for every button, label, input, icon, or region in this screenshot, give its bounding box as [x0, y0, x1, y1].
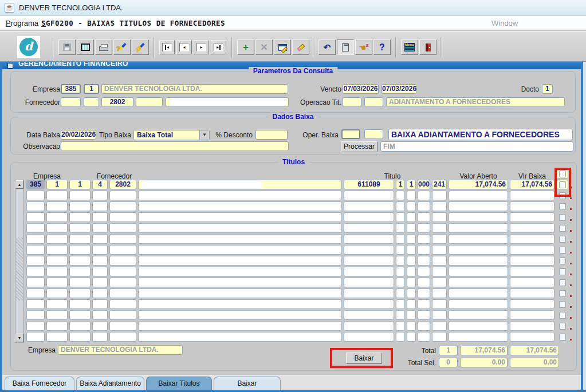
- titulos-cell[interactable]: [407, 191, 416, 200]
- operacao-desc-field[interactable]: ADIANTAMENTO A FORNECEDORES: [386, 97, 565, 107]
- titulos-cell[interactable]: [92, 212, 108, 222]
- dropdown-arrow-icon[interactable]: ▼: [199, 130, 209, 140]
- titulos-cell[interactable]: [138, 191, 342, 200]
- titulos-cell[interactable]: [46, 256, 68, 266]
- titulos-cell[interactable]: 1: [46, 180, 68, 189]
- row-select-checkbox[interactable]: [557, 212, 568, 222]
- titulos-cell[interactable]: [138, 278, 342, 287]
- row-select-checkbox[interactable]: [557, 332, 568, 342]
- titulos-cell[interactable]: [510, 245, 554, 255]
- titulos-cell[interactable]: [69, 267, 91, 276]
- menu-programa[interactable]: Programa: [6, 19, 38, 27]
- empresa-footer-field[interactable]: DENVER TECNOLOGIA LTDA.: [58, 345, 183, 355]
- titulos-cell[interactable]: [432, 321, 447, 331]
- titulos-cell[interactable]: [26, 267, 45, 276]
- titulos-cell[interactable]: [449, 288, 508, 298]
- menu-program-title[interactable]: SGF0200 - BAIXAS TITULOS DE FORNECEDORES: [41, 19, 225, 27]
- titulos-cell[interactable]: [46, 245, 68, 255]
- titulos-cell[interactable]: [432, 191, 447, 200]
- titulos-cell[interactable]: [109, 321, 136, 331]
- titulos-cell[interactable]: [46, 299, 68, 309]
- next-record-button[interactable]: ▸: [194, 40, 209, 54]
- titulos-cell[interactable]: [138, 256, 342, 266]
- titulos-cell[interactable]: [138, 299, 342, 309]
- titulos-cell[interactable]: [396, 234, 405, 244]
- titulos-cell[interactable]: [46, 278, 68, 287]
- save-button[interactable]: [58, 39, 76, 55]
- last-record-button[interactable]: ▸: [211, 40, 226, 54]
- titulos-cell[interactable]: [109, 256, 136, 266]
- titulos-cell[interactable]: [344, 332, 394, 342]
- clipboard-button[interactable]: [337, 39, 354, 55]
- menu-button[interactable]: [401, 39, 418, 55]
- docto-field[interactable]: 1: [542, 84, 553, 94]
- titulos-cell[interactable]: [396, 310, 405, 320]
- titulos-cell[interactable]: [510, 256, 554, 266]
- data-baixa-field[interactable]: 20/02/2026: [61, 130, 96, 140]
- titulos-cell[interactable]: [396, 223, 405, 233]
- row-select-checkbox[interactable]: [557, 321, 568, 331]
- titulos-cell[interactable]: [92, 299, 108, 309]
- titulos-cell[interactable]: [109, 267, 136, 276]
- titulos-cell[interactable]: [344, 223, 394, 233]
- titulos-cell[interactable]: [407, 212, 416, 222]
- table-scrollbar[interactable]: ▲ ▼: [15, 180, 24, 343]
- titulos-cell[interactable]: [138, 267, 342, 276]
- titulos-cell[interactable]: [449, 245, 508, 255]
- titulos-cell[interactable]: [510, 223, 554, 233]
- row-select-checkbox[interactable]: [557, 256, 568, 266]
- titulos-cell[interactable]: [109, 245, 136, 255]
- titulos-cell[interactable]: [138, 321, 342, 331]
- empresa-name-field[interactable]: DENVER TECNOLOGIA LTDA.: [101, 84, 288, 94]
- titulos-cell[interactable]: [344, 288, 394, 298]
- titulos-cell[interactable]: [449, 267, 508, 276]
- row-select-checkbox[interactable]: [557, 201, 568, 211]
- titulos-cell[interactable]: [432, 299, 447, 309]
- titulos-cell[interactable]: [46, 267, 68, 276]
- titulos-cell[interactable]: [407, 288, 416, 298]
- titulos-cell[interactable]: [46, 223, 68, 233]
- titulos-cell[interactable]: [510, 332, 554, 342]
- titulos-cell[interactable]: [449, 234, 508, 244]
- titulos-cell[interactable]: [396, 191, 405, 200]
- titulos-cell[interactable]: 000: [418, 180, 430, 189]
- titulos-cell[interactable]: [138, 245, 342, 255]
- titulos-cell[interactable]: [449, 310, 508, 320]
- titulos-cell[interactable]: [510, 212, 554, 222]
- titulos-cell[interactable]: [92, 201, 108, 211]
- titulos-cell[interactable]: [344, 299, 394, 309]
- oper-baixa-f2-field[interactable]: [364, 129, 383, 139]
- titulos-cell[interactable]: [69, 223, 91, 233]
- titulos-cell[interactable]: [109, 201, 136, 211]
- vencto-from-field[interactable]: 07/03/2026: [343, 84, 379, 94]
- titulos-cell[interactable]: [344, 245, 394, 255]
- titulos-cell[interactable]: [69, 234, 91, 244]
- prev-record-button[interactable]: ◂: [176, 40, 192, 54]
- titulos-cell[interactable]: [138, 310, 342, 320]
- titulos-cell[interactable]: [46, 332, 68, 342]
- titulos-cell[interactable]: [432, 201, 447, 211]
- tab-baixa-adiantamento[interactable]: Baixa Adiantamento: [76, 377, 144, 390]
- titulos-cell[interactable]: [396, 321, 405, 331]
- titulos-cell[interactable]: [407, 223, 416, 233]
- row-select-checkbox[interactable]: [557, 234, 568, 244]
- titulos-cell[interactable]: [92, 223, 108, 233]
- titulos-cell[interactable]: [407, 278, 416, 287]
- titulos-cell[interactable]: [418, 288, 430, 298]
- titulos-cell[interactable]: [109, 223, 136, 233]
- titulos-cell[interactable]: [92, 256, 108, 266]
- fornecedor-f2-field[interactable]: [84, 97, 99, 107]
- titulos-cell[interactable]: [138, 212, 342, 222]
- row-select-checkbox[interactable]: [557, 245, 568, 255]
- titulos-cell[interactable]: [69, 256, 91, 266]
- tab-baixar-titulos[interactable]: Baixar Titulos: [146, 377, 212, 390]
- titulos-cell[interactable]: [92, 288, 108, 298]
- titulos-cell[interactable]: [396, 288, 405, 298]
- titulos-cell[interactable]: [418, 332, 430, 342]
- titulos-cell[interactable]: [432, 310, 447, 320]
- titulos-cell[interactable]: [418, 278, 430, 287]
- titulos-cell[interactable]: [418, 223, 430, 233]
- delete-record-button[interactable]: ✕: [255, 39, 273, 55]
- titulos-cell[interactable]: [510, 288, 554, 298]
- titulos-cell[interactable]: [396, 212, 405, 222]
